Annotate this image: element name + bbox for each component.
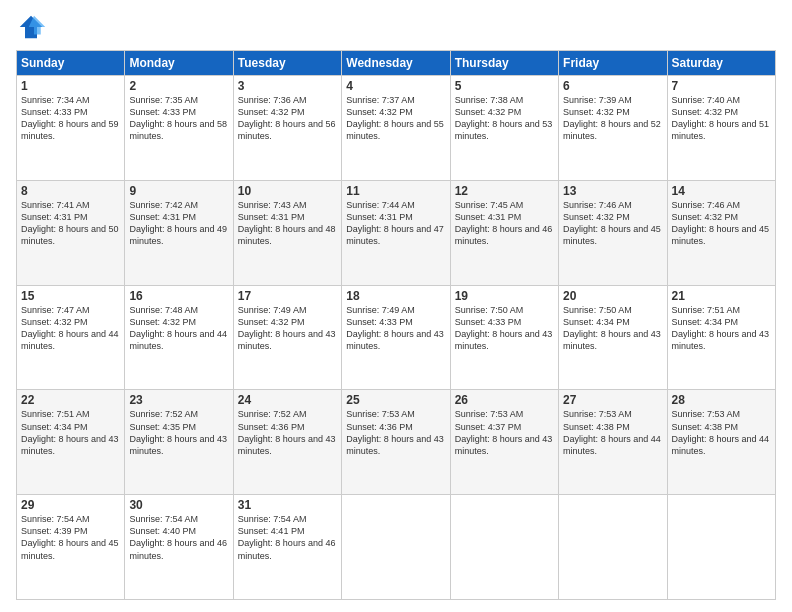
- day-cell-28: 28 Sunrise: 7:53 AM Sunset: 4:38 PM Dayl…: [667, 390, 775, 495]
- day-info: Sunrise: 7:42 AM Sunset: 4:31 PM Dayligh…: [129, 199, 228, 248]
- day-number: 20: [563, 289, 662, 303]
- day-cell-15: 15 Sunrise: 7:47 AM Sunset: 4:32 PM Dayl…: [17, 285, 125, 390]
- day-info: Sunrise: 7:47 AM Sunset: 4:32 PM Dayligh…: [21, 304, 120, 353]
- day-info: Sunrise: 7:36 AM Sunset: 4:32 PM Dayligh…: [238, 94, 337, 143]
- day-cell-19: 19 Sunrise: 7:50 AM Sunset: 4:33 PM Dayl…: [450, 285, 558, 390]
- calendar-header-row: Sunday Monday Tuesday Wednesday Thursday…: [17, 51, 776, 76]
- page: Sunday Monday Tuesday Wednesday Thursday…: [0, 0, 792, 612]
- day-info: Sunrise: 7:46 AM Sunset: 4:32 PM Dayligh…: [672, 199, 771, 248]
- day-cell-24: 24 Sunrise: 7:52 AM Sunset: 4:36 PM Dayl…: [233, 390, 341, 495]
- day-cell-1: 1 Sunrise: 7:34 AM Sunset: 4:33 PM Dayli…: [17, 76, 125, 181]
- day-info: Sunrise: 7:49 AM Sunset: 4:32 PM Dayligh…: [238, 304, 337, 353]
- day-number: 22: [21, 393, 120, 407]
- day-number: 13: [563, 184, 662, 198]
- calendar-table: Sunday Monday Tuesday Wednesday Thursday…: [16, 50, 776, 600]
- day-cell-23: 23 Sunrise: 7:52 AM Sunset: 4:35 PM Dayl…: [125, 390, 233, 495]
- day-info: Sunrise: 7:53 AM Sunset: 4:38 PM Dayligh…: [672, 408, 771, 457]
- day-info: Sunrise: 7:52 AM Sunset: 4:35 PM Dayligh…: [129, 408, 228, 457]
- day-number: 16: [129, 289, 228, 303]
- day-cell-10: 10 Sunrise: 7:43 AM Sunset: 4:31 PM Dayl…: [233, 180, 341, 285]
- day-cell-2: 2 Sunrise: 7:35 AM Sunset: 4:33 PM Dayli…: [125, 76, 233, 181]
- day-cell-21: 21 Sunrise: 7:51 AM Sunset: 4:34 PM Dayl…: [667, 285, 775, 390]
- day-cell-25: 25 Sunrise: 7:53 AM Sunset: 4:36 PM Dayl…: [342, 390, 450, 495]
- day-number: 4: [346, 79, 445, 93]
- day-cell-27: 27 Sunrise: 7:53 AM Sunset: 4:38 PM Dayl…: [559, 390, 667, 495]
- day-cell-18: 18 Sunrise: 7:49 AM Sunset: 4:33 PM Dayl…: [342, 285, 450, 390]
- day-number: 14: [672, 184, 771, 198]
- col-thursday: Thursday: [450, 51, 558, 76]
- day-cell-13: 13 Sunrise: 7:46 AM Sunset: 4:32 PM Dayl…: [559, 180, 667, 285]
- day-number: 10: [238, 184, 337, 198]
- day-number: 21: [672, 289, 771, 303]
- day-info: Sunrise: 7:53 AM Sunset: 4:37 PM Dayligh…: [455, 408, 554, 457]
- empty-cell: [342, 495, 450, 600]
- day-cell-8: 8 Sunrise: 7:41 AM Sunset: 4:31 PM Dayli…: [17, 180, 125, 285]
- day-cell-3: 3 Sunrise: 7:36 AM Sunset: 4:32 PM Dayli…: [233, 76, 341, 181]
- day-number: 23: [129, 393, 228, 407]
- day-info: Sunrise: 7:45 AM Sunset: 4:31 PM Dayligh…: [455, 199, 554, 248]
- col-tuesday: Tuesday: [233, 51, 341, 76]
- day-cell-5: 5 Sunrise: 7:38 AM Sunset: 4:32 PM Dayli…: [450, 76, 558, 181]
- week-row-1: 1 Sunrise: 7:34 AM Sunset: 4:33 PM Dayli…: [17, 76, 776, 181]
- day-info: Sunrise: 7:54 AM Sunset: 4:41 PM Dayligh…: [238, 513, 337, 562]
- day-number: 5: [455, 79, 554, 93]
- day-number: 6: [563, 79, 662, 93]
- day-info: Sunrise: 7:46 AM Sunset: 4:32 PM Dayligh…: [563, 199, 662, 248]
- day-cell-4: 4 Sunrise: 7:37 AM Sunset: 4:32 PM Dayli…: [342, 76, 450, 181]
- col-friday: Friday: [559, 51, 667, 76]
- day-info: Sunrise: 7:37 AM Sunset: 4:32 PM Dayligh…: [346, 94, 445, 143]
- col-monday: Monday: [125, 51, 233, 76]
- day-cell-11: 11 Sunrise: 7:44 AM Sunset: 4:31 PM Dayl…: [342, 180, 450, 285]
- day-info: Sunrise: 7:38 AM Sunset: 4:32 PM Dayligh…: [455, 94, 554, 143]
- day-cell-17: 17 Sunrise: 7:49 AM Sunset: 4:32 PM Dayl…: [233, 285, 341, 390]
- day-cell-12: 12 Sunrise: 7:45 AM Sunset: 4:31 PM Dayl…: [450, 180, 558, 285]
- day-number: 17: [238, 289, 337, 303]
- day-info: Sunrise: 7:50 AM Sunset: 4:33 PM Dayligh…: [455, 304, 554, 353]
- day-info: Sunrise: 7:54 AM Sunset: 4:40 PM Dayligh…: [129, 513, 228, 562]
- header: [16, 12, 776, 42]
- day-cell-6: 6 Sunrise: 7:39 AM Sunset: 4:32 PM Dayli…: [559, 76, 667, 181]
- day-number: 11: [346, 184, 445, 198]
- day-cell-26: 26 Sunrise: 7:53 AM Sunset: 4:37 PM Dayl…: [450, 390, 558, 495]
- day-number: 12: [455, 184, 554, 198]
- day-info: Sunrise: 7:52 AM Sunset: 4:36 PM Dayligh…: [238, 408, 337, 457]
- logo: [16, 12, 50, 42]
- day-number: 26: [455, 393, 554, 407]
- day-cell-20: 20 Sunrise: 7:50 AM Sunset: 4:34 PM Dayl…: [559, 285, 667, 390]
- day-info: Sunrise: 7:41 AM Sunset: 4:31 PM Dayligh…: [21, 199, 120, 248]
- day-cell-14: 14 Sunrise: 7:46 AM Sunset: 4:32 PM Dayl…: [667, 180, 775, 285]
- day-cell-30: 30 Sunrise: 7:54 AM Sunset: 4:40 PM Dayl…: [125, 495, 233, 600]
- day-number: 24: [238, 393, 337, 407]
- day-info: Sunrise: 7:34 AM Sunset: 4:33 PM Dayligh…: [21, 94, 120, 143]
- day-number: 28: [672, 393, 771, 407]
- day-info: Sunrise: 7:53 AM Sunset: 4:38 PM Dayligh…: [563, 408, 662, 457]
- day-info: Sunrise: 7:40 AM Sunset: 4:32 PM Dayligh…: [672, 94, 771, 143]
- col-wednesday: Wednesday: [342, 51, 450, 76]
- day-info: Sunrise: 7:35 AM Sunset: 4:33 PM Dayligh…: [129, 94, 228, 143]
- day-number: 3: [238, 79, 337, 93]
- logo-icon: [16, 12, 46, 42]
- empty-cell: [667, 495, 775, 600]
- day-number: 31: [238, 498, 337, 512]
- week-row-2: 8 Sunrise: 7:41 AM Sunset: 4:31 PM Dayli…: [17, 180, 776, 285]
- day-number: 19: [455, 289, 554, 303]
- day-info: Sunrise: 7:49 AM Sunset: 4:33 PM Dayligh…: [346, 304, 445, 353]
- col-sunday: Sunday: [17, 51, 125, 76]
- day-number: 18: [346, 289, 445, 303]
- day-info: Sunrise: 7:51 AM Sunset: 4:34 PM Dayligh…: [672, 304, 771, 353]
- week-row-5: 29 Sunrise: 7:54 AM Sunset: 4:39 PM Dayl…: [17, 495, 776, 600]
- day-cell-31: 31 Sunrise: 7:54 AM Sunset: 4:41 PM Dayl…: [233, 495, 341, 600]
- day-info: Sunrise: 7:39 AM Sunset: 4:32 PM Dayligh…: [563, 94, 662, 143]
- day-info: Sunrise: 7:51 AM Sunset: 4:34 PM Dayligh…: [21, 408, 120, 457]
- day-number: 7: [672, 79, 771, 93]
- day-number: 27: [563, 393, 662, 407]
- day-number: 9: [129, 184, 228, 198]
- day-info: Sunrise: 7:44 AM Sunset: 4:31 PM Dayligh…: [346, 199, 445, 248]
- day-number: 25: [346, 393, 445, 407]
- empty-cell: [559, 495, 667, 600]
- day-number: 30: [129, 498, 228, 512]
- day-cell-22: 22 Sunrise: 7:51 AM Sunset: 4:34 PM Dayl…: [17, 390, 125, 495]
- day-number: 2: [129, 79, 228, 93]
- day-info: Sunrise: 7:48 AM Sunset: 4:32 PM Dayligh…: [129, 304, 228, 353]
- day-info: Sunrise: 7:43 AM Sunset: 4:31 PM Dayligh…: [238, 199, 337, 248]
